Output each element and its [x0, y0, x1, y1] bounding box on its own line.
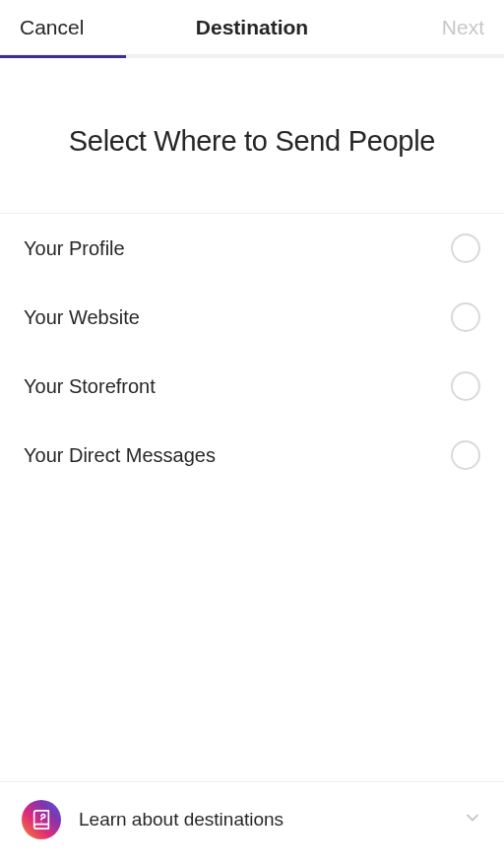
- option-your-website[interactable]: Your Website: [0, 283, 504, 352]
- hero-section: Select Where to Send People: [0, 58, 504, 213]
- radio-unchecked-icon[interactable]: [451, 371, 480, 401]
- radio-unchecked-icon[interactable]: [451, 233, 480, 263]
- chevron-down-icon: [463, 808, 482, 831]
- option-label: Your Profile: [24, 237, 125, 260]
- option-direct-messages[interactable]: Your Direct Messages: [0, 421, 504, 490]
- page-title: Destination: [196, 16, 308, 39]
- option-label: Your Website: [24, 306, 140, 329]
- option-your-storefront[interactable]: Your Storefront: [0, 352, 504, 421]
- destination-list: Your Profile Your Website Your Storefron…: [0, 213, 504, 490]
- radio-unchecked-icon[interactable]: [451, 440, 480, 470]
- progress-track: [0, 55, 504, 58]
- learn-about-label: Learn about destinations: [79, 809, 445, 830]
- progress-fill: [0, 55, 126, 58]
- header-bar: Cancel Destination Next: [0, 0, 504, 55]
- hero-heading: Select Where to Send People: [24, 125, 480, 158]
- learn-about-footer[interactable]: Learn about destinations: [0, 781, 504, 863]
- cancel-button[interactable]: Cancel: [20, 16, 84, 39]
- option-your-profile[interactable]: Your Profile: [0, 214, 504, 283]
- option-label: Your Direct Messages: [24, 444, 216, 467]
- radio-unchecked-icon[interactable]: [451, 302, 480, 332]
- option-label: Your Storefront: [24, 375, 156, 398]
- svg-point-0: [40, 822, 41, 823]
- next-button[interactable]: Next: [442, 16, 484, 39]
- help-book-icon: [22, 800, 61, 839]
